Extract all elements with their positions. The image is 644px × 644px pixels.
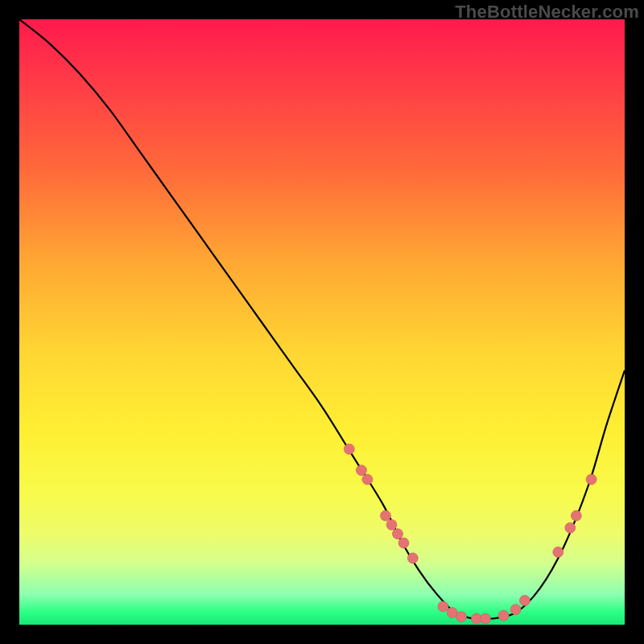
heat-gradient-bg <box>19 19 625 625</box>
chart-frame <box>19 19 625 625</box>
